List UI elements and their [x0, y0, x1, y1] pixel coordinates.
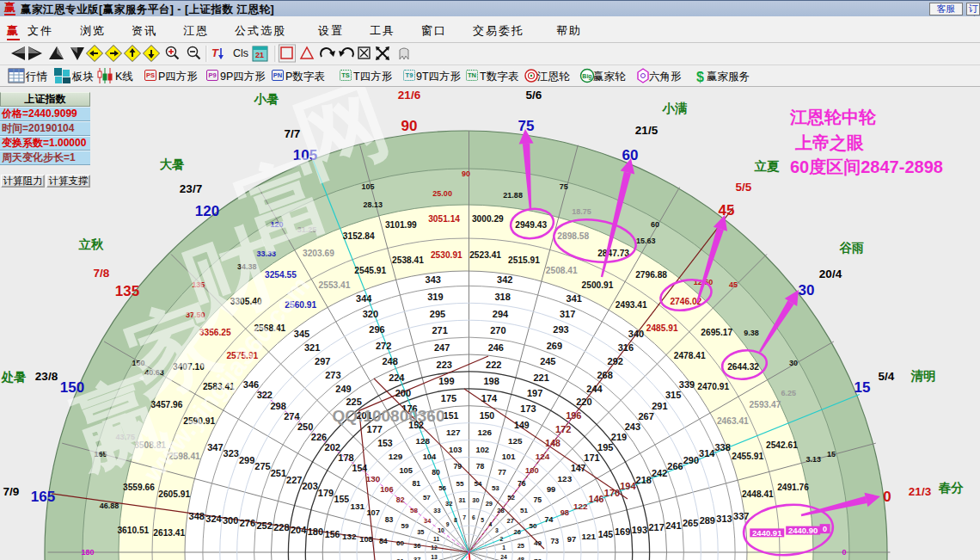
svg-text:220: 220 — [576, 397, 591, 407]
svg-text:251: 251 — [271, 468, 286, 478]
svg-text:179: 179 — [318, 488, 334, 498]
svg-text:348: 348 — [189, 511, 205, 521]
svg-text:谷雨: 谷雨 — [839, 241, 865, 255]
svg-text:106: 106 — [380, 485, 394, 494]
svg-text:317: 317 — [560, 309, 575, 319]
svg-text:9: 9 — [446, 521, 450, 527]
svg-text:54: 54 — [475, 480, 482, 488]
svg-text:337: 337 — [733, 511, 749, 521]
svg-text:129: 129 — [389, 452, 403, 461]
svg-text:171: 171 — [584, 452, 599, 463]
svg-text:5: 5 — [481, 517, 484, 523]
svg-text:55: 55 — [456, 480, 463, 488]
svg-text:101: 101 — [502, 452, 516, 461]
svg-text:2493.41: 2493.41 — [616, 300, 647, 310]
svg-text:203: 203 — [302, 481, 317, 491]
svg-text:25.00: 25.00 — [432, 189, 452, 198]
svg-text:299: 299 — [239, 455, 254, 465]
svg-text:7: 7 — [462, 514, 466, 520]
svg-text:5/6: 5/6 — [526, 89, 542, 102]
svg-text:322: 322 — [257, 390, 273, 400]
svg-text:2508.41: 2508.41 — [546, 266, 578, 275]
svg-text:98: 98 — [560, 508, 569, 517]
svg-text:108: 108 — [359, 535, 373, 544]
svg-text:341: 341 — [567, 293, 582, 304]
svg-text:169: 169 — [615, 526, 630, 537]
svg-text:103: 103 — [449, 446, 462, 454]
svg-text:3203.69: 3203.69 — [303, 249, 334, 258]
svg-text:242: 242 — [652, 468, 667, 478]
svg-text:202: 202 — [325, 442, 340, 452]
svg-text:2455.91: 2455.91 — [732, 452, 763, 461]
svg-text:295: 295 — [430, 309, 445, 319]
svg-text:2613.41: 2613.41 — [153, 528, 185, 538]
svg-text:346: 346 — [243, 379, 259, 390]
svg-text:2605.91: 2605.91 — [158, 489, 190, 499]
svg-text:343: 343 — [426, 274, 441, 285]
svg-text:151: 151 — [444, 410, 459, 421]
svg-text:224: 224 — [389, 372, 405, 383]
svg-text:1: 1 — [502, 545, 505, 551]
svg-text:27: 27 — [507, 517, 514, 525]
svg-text:83: 83 — [385, 515, 394, 524]
svg-text:45: 45 — [729, 280, 738, 289]
svg-text:217: 217 — [648, 522, 664, 532]
svg-text:34: 34 — [424, 517, 432, 525]
svg-text:78: 78 — [476, 462, 485, 471]
svg-text:23/8: 23/8 — [35, 370, 58, 383]
svg-text:320: 320 — [363, 309, 378, 319]
svg-text:30: 30 — [799, 282, 815, 298]
svg-text:3152.84: 3152.84 — [343, 231, 375, 241]
svg-text:51: 51 — [520, 507, 528, 514]
svg-text:340: 340 — [628, 329, 644, 339]
svg-text:5/4: 5/4 — [879, 370, 895, 383]
svg-text:小暑: 小暑 — [254, 92, 279, 106]
svg-text:146: 146 — [589, 494, 604, 504]
svg-text:196: 196 — [566, 410, 581, 421]
svg-text:32: 32 — [445, 500, 452, 508]
svg-text:342: 342 — [497, 274, 512, 285]
svg-text:28: 28 — [497, 507, 504, 514]
svg-text:7/9: 7/9 — [3, 485, 20, 498]
svg-text:36: 36 — [413, 542, 420, 550]
svg-text:127: 127 — [446, 428, 461, 437]
svg-text:180: 180 — [81, 548, 94, 557]
svg-text:339: 339 — [679, 379, 695, 390]
svg-text:35: 35 — [417, 528, 424, 536]
svg-text:131: 131 — [351, 502, 365, 511]
svg-text:321: 321 — [304, 342, 320, 353]
svg-text:267: 267 — [638, 411, 653, 422]
svg-text:3: 3 — [495, 527, 499, 533]
svg-text:18.75: 18.75 — [572, 207, 591, 216]
svg-text:344: 344 — [356, 293, 372, 304]
svg-text:2530.91: 2530.91 — [431, 250, 462, 260]
svg-text:249: 249 — [335, 384, 351, 394]
svg-text:266: 266 — [667, 461, 683, 471]
svg-text:150: 150 — [480, 410, 495, 421]
svg-text:245: 245 — [540, 356, 555, 366]
svg-text:247: 247 — [434, 342, 450, 353]
svg-text:174: 174 — [481, 393, 498, 403]
svg-text:53: 53 — [492, 484, 499, 492]
svg-text:313: 313 — [716, 514, 732, 524]
svg-text:128: 128 — [416, 436, 431, 446]
svg-text:300: 300 — [223, 515, 238, 526]
svg-text:180: 180 — [308, 526, 323, 537]
svg-text:T: T — [211, 46, 219, 59]
svg-text:170: 170 — [604, 488, 620, 498]
svg-text:清明: 清明 — [910, 369, 936, 383]
svg-text:200: 200 — [395, 388, 411, 398]
svg-text:立夏: 立夏 — [754, 159, 781, 173]
svg-text:265: 265 — [683, 518, 698, 528]
svg-text:135: 135 — [115, 283, 139, 299]
svg-text:10: 10 — [438, 527, 444, 533]
svg-text:226: 226 — [311, 432, 327, 442]
svg-text:241: 241 — [665, 520, 681, 531]
svg-text:172: 172 — [555, 424, 571, 434]
svg-text:2949.43: 2949.43 — [515, 220, 547, 230]
svg-text:105: 105 — [399, 466, 413, 475]
svg-text:48: 48 — [518, 556, 524, 560]
svg-text:58: 58 — [410, 507, 418, 514]
svg-text:294: 294 — [493, 309, 509, 319]
svg-text:222: 222 — [486, 360, 501, 370]
